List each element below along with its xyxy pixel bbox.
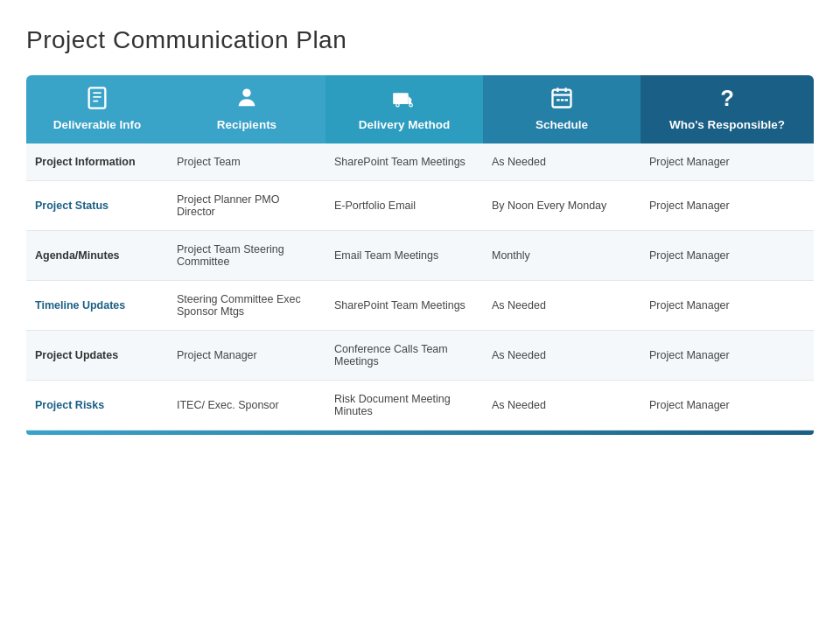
calendar-icon [548,84,576,112]
header-delivery-label: Delivery Method [359,117,450,133]
cell-delivery: Conference Calls Team Meetings [326,330,483,380]
header-delivery: Delivery Method [326,75,483,144]
cell-deliverable: Agenda/Minutes [26,230,168,280]
cell-responsible: Project Manager [640,180,814,230]
header-recipients: Recipients [168,75,326,144]
cell-schedule: Monthly [483,230,640,280]
svg-point-7 [410,103,413,107]
cell-recipients: Project Planner PMO Director [168,180,326,230]
cell-delivery: SharePoint Team Meetings [326,144,483,181]
cell-recipients: Project Team Steering Committee [168,230,326,280]
header-responsible: ? Who's Responsible? [640,75,814,144]
cell-schedule: As Needed [483,280,640,330]
question-icon: ? [713,84,741,112]
data-table: Project InformationProject TeamSharePoin… [26,144,814,430]
svg-rect-14 [565,99,569,101]
cell-deliverable: Project Information [26,144,168,181]
table-row: Project InformationProject TeamSharePoin… [26,144,814,181]
table-header: Deliverable Info Recipients Delivery Met… [26,75,814,144]
cell-schedule: By Noon Every Monday [483,180,640,230]
svg-rect-12 [556,99,560,101]
cell-delivery: SharePoint Team Meetings [326,280,483,330]
list-icon [83,84,111,112]
cell-responsible: Project Manager [640,280,814,330]
cell-recipients: Project Manager [168,330,326,380]
cell-recipients: ITEC/ Exec. Sponsor [168,380,326,430]
cell-recipients: Project Team [168,144,326,181]
table-row: Project RisksITEC/ Exec. SponsorRisk Doc… [26,380,814,430]
page-title: Project Communication Plan [26,26,814,54]
bottom-accent-bar [26,430,814,435]
cell-deliverable: Project Risks [26,380,168,430]
header-recipients-label: Recipients [217,117,276,133]
person-icon [233,84,261,112]
header-schedule-label: Schedule [536,117,588,133]
table-row: Agenda/MinutesProject Team Steering Comm… [26,230,814,280]
cell-delivery: Email Team Meetings [326,230,483,280]
cell-schedule: As Needed [483,380,640,430]
svg-point-4 [242,89,250,97]
svg-rect-13 [561,99,564,101]
cell-deliverable: Timeline Updates [26,280,168,330]
table-row: Project StatusProject Planner PMO Direct… [26,180,814,230]
header-responsible-label: Who's Responsible? [669,117,785,133]
header-schedule: Schedule [483,75,640,144]
cell-responsible: Project Manager [640,230,814,280]
cell-responsible: Project Manager [640,330,814,380]
cell-delivery: Risk Document Meeting Minutes [326,380,483,430]
cell-responsible: Project Manager [640,144,814,181]
cell-delivery: E-Portfolio Email [326,180,483,230]
svg-point-6 [396,103,400,107]
svg-rect-5 [393,93,409,104]
cell-responsible: Project Manager [640,380,814,430]
svg-rect-8 [553,90,571,108]
header-deliverable-label: Deliverable Info [53,117,142,133]
cell-schedule: As Needed [483,330,640,380]
svg-rect-0 [89,88,106,108]
table-row: Timeline UpdatesSteering Committee Exec … [26,280,814,330]
table-row: Project UpdatesProject ManagerConference… [26,330,814,380]
cell-deliverable: Project Status [26,180,168,230]
truck-icon [390,84,418,112]
header-deliverable: Deliverable Info [26,75,168,144]
cell-schedule: As Needed [483,144,640,181]
cell-deliverable: Project Updates [26,330,168,380]
svg-text:?: ? [720,86,734,110]
cell-recipients: Steering Committee Exec Sponsor Mtgs [168,280,326,330]
